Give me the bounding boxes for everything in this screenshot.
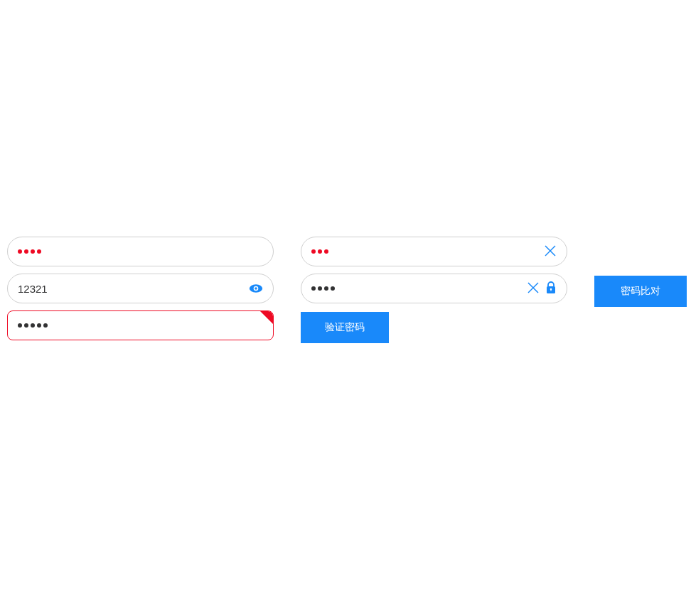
danger-mark-icon (260, 311, 273, 324)
eye-icon[interactable] (249, 283, 263, 293)
password-dots (18, 249, 41, 254)
compare-button[interactable]: 密码比对 (594, 276, 687, 307)
password-input-1[interactable] (7, 237, 274, 266)
password-value: 12321 (18, 283, 48, 295)
svg-point-2 (255, 287, 257, 290)
password-input-visible[interactable]: 12321 (7, 274, 274, 303)
lock-icon (545, 281, 557, 296)
left-column: 12321 (7, 237, 274, 340)
clear-icon[interactable] (544, 244, 557, 259)
clear-icon[interactable] (527, 281, 540, 296)
password-dots (18, 323, 48, 328)
right-column: 验证密码 (301, 237, 567, 343)
verify-button[interactable]: 验证密码 (301, 312, 389, 343)
password-dots (311, 286, 335, 291)
password-dots (311, 249, 328, 254)
password-input-3[interactable] (301, 237, 567, 266)
password-input-4[interactable] (301, 274, 567, 303)
password-input-danger[interactable] (7, 310, 274, 340)
svg-rect-9 (550, 289, 551, 291)
